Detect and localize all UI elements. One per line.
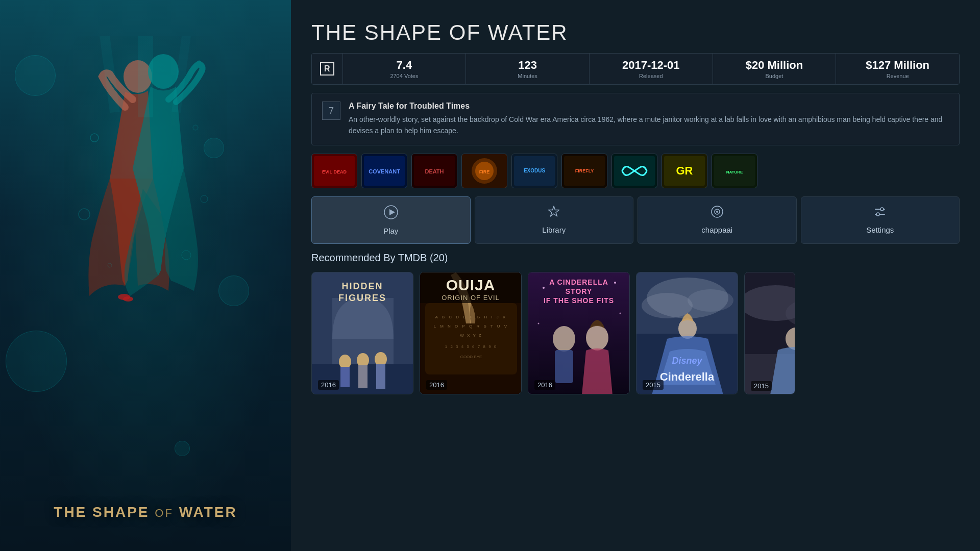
svg-point-69 [553,326,575,352]
desc-content: A Fairy Tale for Troubled Times An other… [349,102,949,137]
svg-point-80 [688,289,733,312]
svg-point-45 [716,211,718,213]
svg-text:COVENANT: COVENANT [369,168,400,174]
rec-card-cinderella-story[interactable]: A CINDERELLASTORYIF THE SHOE FITS 2016 [528,272,630,394]
chappaai-label: chappaai [701,226,732,234]
svg-rect-54 [340,367,350,387]
svg-point-4 [123,296,133,302]
cinderella-story-title-container: A CINDERELLASTORYIF THE SHOE FITS [528,278,629,306]
svg-point-81 [678,318,697,339]
revenue-value: $127 Million [844,59,951,72]
release-value: 2017-12-01 [598,59,704,72]
thumbnail-covenant[interactable]: COVENANT [361,154,407,188]
svg-text:FIREFLY: FIREFLY [575,168,594,173]
thumbnail-3[interactable]: DEATH [411,154,457,188]
thumbnail-exodus[interactable]: EXODUS [511,154,557,188]
svg-rect-58 [376,364,385,389]
poster-figures-area [64,31,227,327]
poster-title: THE SHAPE OF WATER [0,504,291,520]
stat-release: 2017-12-01 Released [590,54,713,84]
thumbnail-7[interactable] [611,154,657,188]
ouija-year: 2016 [426,380,447,390]
content-panel: THE SHAPE OF WATER R 7.4 2704 Votes 123 … [291,0,980,551]
thumbnail-8[interactable]: GR [662,154,707,188]
revenue-label: Revenue [844,73,951,79]
svg-text:L M N O P Q R S T U V: L M N O P Q R S T U V [434,324,508,329]
rec-card-cinderella[interactable]: Disney Cinderella 2015 [636,272,738,394]
thumbnails-row: EVIL DEAD COVENANT DEATH FIRE [311,154,960,188]
thumbnail-4[interactable]: FIRE [461,154,507,188]
svg-marker-42 [389,209,395,215]
svg-point-49 [876,213,879,216]
su-art [745,272,795,394]
svg-point-53 [339,355,351,369]
hidden-figures-title: HIDDENFIGURES [312,281,413,305]
ouija-title-container: OUIJA ORIGIN OF EVIL [420,277,521,302]
svg-point-71 [586,325,608,350]
disney-logo: Disney [636,356,738,366]
svg-text:FIRE: FIRE [479,169,490,174]
cinderella-year: 2015 [643,380,664,390]
movie-title: THE SHAPE OF WATER [311,20,960,45]
score-label: 2704 Votes [351,73,458,79]
play-label: Play [383,227,398,235]
poster-panel: THE SHAPE OF WATER [0,0,291,551]
svg-text:1 2 3 4 5 6 7 8 9 0: 1 2 3 4 5 6 7 8 9 0 [445,344,498,349]
rec-card-su[interactable]: 2015 [744,272,795,394]
figures-svg [64,36,227,321]
svg-text:EVIL DEAD: EVIL DEAD [322,169,347,174]
duration-value: 123 [474,59,581,72]
hidden-figures-title-container: HIDDENFIGURES [312,281,413,305]
desc-subtitle: A Fairy Tale for Troubled Times [349,102,949,111]
svg-point-57 [375,352,387,366]
thumbnail-1[interactable]: EVIL DEAD [311,154,357,188]
stat-revenue: $127 Million Revenue [836,54,959,84]
release-label: Released [598,73,704,79]
su-year: 2015 [751,381,772,391]
svg-point-48 [880,208,884,211]
settings-button[interactable]: Settings [801,196,960,244]
svg-text:DEATH: DEATH [425,168,444,174]
description-box: 7 A Fairy Tale for Troubled Times An oth… [311,93,960,145]
chappaai-icon [710,205,724,221]
ouija-title: OUIJA [420,277,521,294]
svg-text:GOOD BYE: GOOD BYE [460,355,482,359]
svg-point-75 [620,312,621,314]
hidden-figures-year: 2016 [318,380,339,390]
svg-text:EXODUS: EXODUS [524,168,546,173]
action-buttons: Play Library chappaai Settings [311,196,960,244]
svg-point-55 [357,353,369,367]
library-icon [547,205,560,221]
stats-bar: R 7.4 2704 Votes 123 Minutes 2017-12-01 … [311,53,960,85]
library-label: Library [542,226,566,234]
budget-label: Budget [721,73,828,79]
recommended-label: Recommended By TMDB (20) [311,252,960,264]
cinderella-story-title: A CINDERELLASTORYIF THE SHOE FITS [532,278,625,306]
thumbnail-9[interactable]: NATURE [712,154,757,188]
svg-point-79 [642,293,693,318]
svg-rect-56 [358,365,368,388]
svg-point-74 [538,322,540,324]
stat-budget: $20 Million Budget [713,54,837,84]
stat-score: 7.4 2704 Votes [343,54,467,84]
rating-r-label: R [320,62,334,76]
rec-card-hidden-figures[interactable]: HIDDENFIGURES 2016 [311,272,413,394]
play-icon [384,205,398,222]
rec-card-ouija[interactable]: A B C D E F G H I J K L M N O P Q R S T … [420,272,522,394]
play-button[interactable]: Play [311,196,471,244]
svg-text:W X Y Z: W X Y Z [460,333,482,338]
budget-value: $20 Million [721,59,828,72]
svg-rect-70 [555,350,573,383]
score-value: 7.4 [351,59,458,72]
recommended-row: HIDDENFIGURES 2016 A B C D E F G H I J K… [311,272,960,394]
desc-icon: 7 [322,102,340,120]
settings-label: Settings [866,226,894,234]
stat-duration: 123 Minutes [466,54,590,84]
rating-box: R [312,54,343,84]
thumbnail-6[interactable]: FIREFLY [561,154,607,188]
cinderella-title-container: Disney Cinderella [636,356,738,384]
svg-text:NATURE: NATURE [726,170,743,174]
bubble-decoration [15,55,56,96]
chappaai-button[interactable]: chappaai [638,196,797,244]
library-button[interactable]: Library [475,196,634,244]
